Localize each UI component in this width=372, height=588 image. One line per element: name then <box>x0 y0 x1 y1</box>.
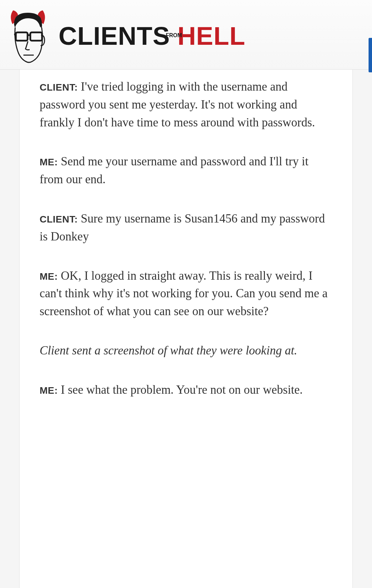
speaker-label: ME: <box>40 271 58 282</box>
dialogue-line: ME: OK, I logged in straight away. This … <box>40 267 332 320</box>
logo-text[interactable]: CLIENTS FROM HELL <box>59 23 245 49</box>
dialogue-line: CLIENT: Sure my username is Susan1456 an… <box>40 210 332 246</box>
dialogue-text: Send me your username and password and I… <box>40 155 308 186</box>
site-header: CLIENTS FROM HELL <box>0 0 372 70</box>
logo-face-icon <box>6 8 50 64</box>
dialogue-line: ME: Send me your username and password a… <box>40 153 332 188</box>
dialogue-text: I've tried logging in with the username … <box>40 80 315 129</box>
article-body: CLIENT: I've tried logging in with the u… <box>19 70 353 588</box>
dialogue-text: I see what the problem. You're not on ou… <box>58 383 303 396</box>
dialogue-text: Sure my username is Susan1456 and my pas… <box>40 212 325 243</box>
speaker-label: ME: <box>40 385 58 396</box>
side-tab-handle[interactable] <box>369 38 372 72</box>
dialogue-line: ME: I see what the problem. You're not o… <box>40 381 332 399</box>
speaker-label: CLIENT: <box>40 214 78 225</box>
dialogue-block: CLIENT: I've tried logging in with the u… <box>40 70 332 399</box>
speaker-label: ME: <box>40 157 58 167</box>
logo-word-hell: HELL <box>177 23 245 49</box>
dialogue-text: Client sent a screenshot of what they we… <box>40 344 297 357</box>
logo-word-from: FROM <box>172 28 176 44</box>
logo-word-clients: CLIENTS <box>59 23 170 49</box>
dialogue-narration: Client sent a screenshot of what they we… <box>40 342 332 360</box>
svg-rect-1 <box>30 32 42 41</box>
dialogue-text: OK, I logged in straight away. This is r… <box>40 269 328 318</box>
svg-rect-0 <box>16 32 28 41</box>
speaker-label: CLIENT: <box>40 82 78 93</box>
dialogue-line: CLIENT: I've tried logging in with the u… <box>40 78 332 131</box>
